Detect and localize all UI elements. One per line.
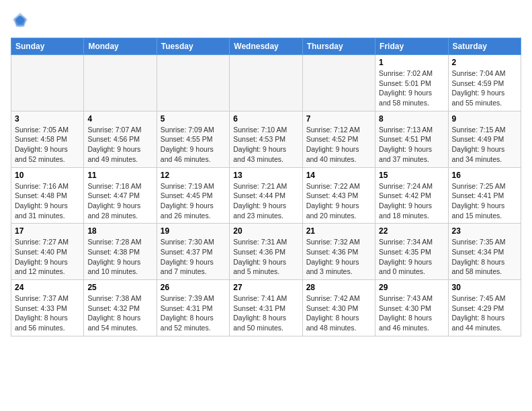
calendar-cell: 10Sunrise: 7:16 AM Sunset: 4:48 PM Dayli… [11, 167, 84, 224]
day-info: Sunrise: 7:42 AM Sunset: 4:30 PM Dayligh… [306, 293, 371, 333]
calendar-cell [84, 55, 157, 111]
day-number: 28 [306, 283, 371, 292]
day-info: Sunrise: 7:07 AM Sunset: 4:56 PM Dayligh… [87, 125, 152, 165]
day-number: 20 [233, 226, 298, 236]
day-number: 15 [379, 171, 444, 180]
calendar-cell [11, 55, 84, 111]
day-number: 4 [87, 114, 152, 124]
day-info: Sunrise: 7:24 AM Sunset: 4:42 PM Dayligh… [379, 181, 444, 221]
day-number: 7 [306, 114, 371, 124]
calendar-header-thursday: Thursday [302, 38, 375, 55]
calendar-cell: 15Sunrise: 7:24 AM Sunset: 4:42 PM Dayli… [375, 167, 448, 224]
calendar-cell: 3Sunrise: 7:05 AM Sunset: 4:58 PM Daylig… [11, 111, 84, 167]
calendar-cell: 14Sunrise: 7:22 AM Sunset: 4:43 PM Dayli… [302, 167, 375, 224]
logo [11, 11, 32, 30]
day-info: Sunrise: 7:12 AM Sunset: 4:52 PM Dayligh… [306, 125, 371, 165]
calendar-cell: 8Sunrise: 7:13 AM Sunset: 4:51 PM Daylig… [375, 111, 448, 167]
calendar-cell: 5Sunrise: 7:09 AM Sunset: 4:55 PM Daylig… [157, 111, 229, 167]
day-number: 27 [233, 283, 298, 292]
day-number: 9 [452, 114, 517, 124]
calendar-week-4: 24Sunrise: 7:37 AM Sunset: 4:33 PM Dayli… [11, 280, 521, 336]
calendar-cell: 13Sunrise: 7:21 AM Sunset: 4:44 PM Dayli… [230, 167, 302, 224]
calendar-week-2: 10Sunrise: 7:16 AM Sunset: 4:48 PM Dayli… [11, 167, 521, 224]
day-number: 25 [87, 283, 152, 292]
day-number: 18 [87, 226, 152, 236]
day-number: 22 [379, 226, 444, 236]
calendar-cell: 17Sunrise: 7:27 AM Sunset: 4:40 PM Dayli… [11, 224, 84, 280]
calendar-cell: 9Sunrise: 7:15 AM Sunset: 4:49 PM Daylig… [448, 111, 521, 167]
calendar-header-tuesday: Tuesday [157, 38, 229, 55]
calendar-header-sunday: Sunday [11, 38, 84, 55]
calendar-header-monday: Monday [84, 38, 157, 55]
day-info: Sunrise: 7:43 AM Sunset: 4:30 PM Dayligh… [379, 293, 444, 333]
day-info: Sunrise: 7:38 AM Sunset: 4:32 PM Dayligh… [87, 293, 152, 333]
day-info: Sunrise: 7:39 AM Sunset: 4:31 PM Dayligh… [161, 293, 226, 333]
calendar-cell: 20Sunrise: 7:31 AM Sunset: 4:36 PM Dayli… [230, 224, 302, 280]
day-number: 6 [233, 114, 298, 124]
calendar-header-row: SundayMondayTuesdayWednesdayThursdayFrid… [11, 38, 521, 55]
day-number: 8 [379, 114, 444, 124]
day-number: 12 [161, 171, 226, 180]
calendar-cell [230, 55, 302, 111]
day-info: Sunrise: 7:15 AM Sunset: 4:49 PM Dayligh… [452, 125, 517, 165]
day-info: Sunrise: 7:28 AM Sunset: 4:38 PM Dayligh… [87, 237, 152, 277]
calendar-cell [157, 55, 229, 111]
calendar-cell: 12Sunrise: 7:19 AM Sunset: 4:45 PM Dayli… [157, 167, 229, 224]
calendar-header-wednesday: Wednesday [230, 38, 302, 55]
day-number: 5 [161, 114, 226, 124]
calendar-cell: 24Sunrise: 7:37 AM Sunset: 4:33 PM Dayli… [11, 280, 84, 336]
day-info: Sunrise: 7:27 AM Sunset: 4:40 PM Dayligh… [15, 237, 80, 277]
day-number: 2 [452, 58, 517, 67]
calendar-header-friday: Friday [375, 38, 448, 55]
day-number: 23 [452, 226, 517, 236]
page: SundayMondayTuesdayWednesdayThursdayFrid… [0, 0, 532, 342]
calendar-cell: 25Sunrise: 7:38 AM Sunset: 4:32 PM Dayli… [84, 280, 157, 336]
calendar-cell: 26Sunrise: 7:39 AM Sunset: 4:31 PM Dayli… [157, 280, 229, 336]
day-info: Sunrise: 7:32 AM Sunset: 4:36 PM Dayligh… [306, 237, 371, 277]
calendar-cell [302, 55, 375, 111]
day-info: Sunrise: 7:10 AM Sunset: 4:53 PM Dayligh… [233, 125, 298, 165]
calendar-cell: 4Sunrise: 7:07 AM Sunset: 4:56 PM Daylig… [84, 111, 157, 167]
day-info: Sunrise: 7:02 AM Sunset: 5:01 PM Dayligh… [379, 68, 444, 108]
day-info: Sunrise: 7:35 AM Sunset: 4:34 PM Dayligh… [452, 237, 517, 277]
day-info: Sunrise: 7:04 AM Sunset: 4:59 PM Dayligh… [452, 68, 517, 108]
day-number: 13 [233, 171, 298, 180]
day-number: 19 [161, 226, 226, 236]
day-number: 1 [379, 58, 444, 67]
day-number: 29 [379, 283, 444, 292]
calendar-cell: 21Sunrise: 7:32 AM Sunset: 4:36 PM Dayli… [302, 224, 375, 280]
day-info: Sunrise: 7:37 AM Sunset: 4:33 PM Dayligh… [15, 293, 80, 333]
day-number: 24 [15, 283, 80, 292]
calendar-week-3: 17Sunrise: 7:27 AM Sunset: 4:40 PM Dayli… [11, 224, 521, 280]
day-number: 30 [452, 283, 517, 292]
day-number: 10 [15, 171, 80, 180]
calendar-cell: 1Sunrise: 7:02 AM Sunset: 5:01 PM Daylig… [375, 55, 448, 111]
day-info: Sunrise: 7:05 AM Sunset: 4:58 PM Dayligh… [15, 125, 80, 165]
calendar-header-saturday: Saturday [448, 38, 521, 55]
calendar-cell: 11Sunrise: 7:18 AM Sunset: 4:47 PM Dayli… [84, 167, 157, 224]
day-info: Sunrise: 7:18 AM Sunset: 4:47 PM Dayligh… [87, 181, 152, 221]
calendar-cell: 30Sunrise: 7:45 AM Sunset: 4:29 PM Dayli… [448, 280, 521, 336]
day-info: Sunrise: 7:30 AM Sunset: 4:37 PM Dayligh… [161, 237, 226, 277]
calendar-cell: 16Sunrise: 7:25 AM Sunset: 4:41 PM Dayli… [448, 167, 521, 224]
day-number: 26 [161, 283, 226, 292]
day-info: Sunrise: 7:25 AM Sunset: 4:41 PM Dayligh… [452, 181, 517, 221]
day-info: Sunrise: 7:41 AM Sunset: 4:31 PM Dayligh… [233, 293, 298, 333]
day-info: Sunrise: 7:19 AM Sunset: 4:45 PM Dayligh… [161, 181, 226, 221]
day-number: 3 [15, 114, 80, 124]
day-info: Sunrise: 7:34 AM Sunset: 4:35 PM Dayligh… [379, 237, 444, 277]
calendar-cell: 23Sunrise: 7:35 AM Sunset: 4:34 PM Dayli… [448, 224, 521, 280]
day-number: 14 [306, 171, 371, 180]
header [11, 11, 521, 30]
calendar-cell: 22Sunrise: 7:34 AM Sunset: 4:35 PM Dayli… [375, 224, 448, 280]
day-info: Sunrise: 7:45 AM Sunset: 4:29 PM Dayligh… [452, 293, 517, 333]
day-info: Sunrise: 7:21 AM Sunset: 4:44 PM Dayligh… [233, 181, 298, 221]
calendar-cell: 29Sunrise: 7:43 AM Sunset: 4:30 PM Dayli… [375, 280, 448, 336]
logo-icon [11, 11, 30, 30]
day-info: Sunrise: 7:16 AM Sunset: 4:48 PM Dayligh… [15, 181, 80, 221]
day-info: Sunrise: 7:13 AM Sunset: 4:51 PM Dayligh… [379, 125, 444, 165]
calendar-cell: 19Sunrise: 7:30 AM Sunset: 4:37 PM Dayli… [157, 224, 229, 280]
calendar-cell: 7Sunrise: 7:12 AM Sunset: 4:52 PM Daylig… [302, 111, 375, 167]
day-info: Sunrise: 7:31 AM Sunset: 4:36 PM Dayligh… [233, 237, 298, 277]
calendar-cell: 27Sunrise: 7:41 AM Sunset: 4:31 PM Dayli… [230, 280, 302, 336]
